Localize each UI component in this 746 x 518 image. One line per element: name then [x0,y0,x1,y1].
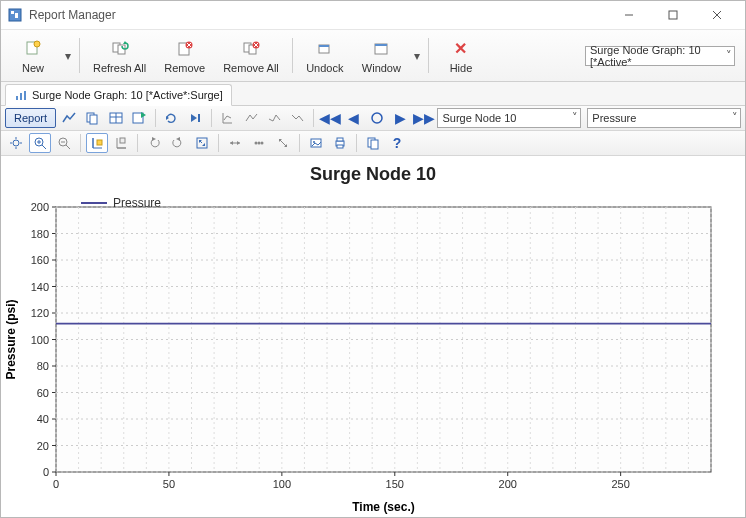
svg-text:120: 120 [31,307,49,319]
legend-label: Pressure [113,196,161,210]
svg-text:20: 20 [37,440,49,452]
undo-icon[interactable] [143,133,165,153]
report-label: Report [14,112,47,124]
param-combo[interactable]: Pressure ˅ [587,108,741,128]
legend: Pressure [81,196,161,210]
maximize-button[interactable] [651,1,695,29]
new-button[interactable]: New [5,35,61,77]
minimize-button[interactable] [607,1,651,29]
zoom-out-icon[interactable] [53,133,75,153]
svg-rect-25 [16,96,18,100]
remove-icon [176,38,194,60]
active-report-combo[interactable]: Surge Node Graph: 10 [*Active* ˅ [585,46,735,66]
refresh-all-button[interactable]: Refresh All [84,32,155,79]
svg-text:60: 60 [37,387,49,399]
copy-icon[interactable] [81,108,102,128]
undock-icon [316,38,334,60]
axis-lock-x-icon[interactable] [110,133,132,153]
remove-all-button[interactable]: Remove All [214,32,288,79]
svg-rect-29 [90,115,97,124]
nav-stop-icon[interactable] [367,108,388,128]
close-button[interactable] [695,1,739,29]
redo-icon[interactable] [167,133,189,153]
svg-rect-37 [198,114,200,122]
pan-icon[interactable] [5,133,27,153]
svg-text:80: 80 [37,360,49,372]
copy-chart-icon[interactable] [362,133,384,153]
refresh-all-label: Refresh All [93,62,146,74]
nav-last-icon[interactable]: ▶▶ [413,108,435,128]
undock-label: Undock [306,62,343,74]
zoom-in-icon[interactable] [29,133,51,153]
nav-next-icon[interactable]: ▶ [390,108,411,128]
new-dropdown[interactable]: ▾ [61,49,75,63]
svg-point-8 [34,41,40,47]
svg-marker-59 [152,137,156,141]
svg-text:250: 250 [611,478,629,490]
svg-point-41 [13,140,19,146]
plots-c-icon[interactable] [287,108,308,128]
svg-rect-26 [20,93,22,100]
svg-text:200: 200 [31,201,49,213]
measure-h-icon[interactable] [224,133,246,153]
svg-rect-27 [24,91,26,100]
line-chart-icon[interactable] [58,108,79,128]
help-label: ? [393,135,402,151]
svg-text:0: 0 [43,466,49,478]
svg-text:100: 100 [273,478,291,490]
refresh-icon [111,38,129,60]
main-toolbar: New ▾ Refresh All Remove Remove All [1,30,745,82]
axis-lock-y-icon[interactable] [86,133,108,153]
export-image-icon[interactable] [305,133,327,153]
svg-rect-78 [337,145,343,148]
hide-button[interactable]: ✕ Hide [433,32,489,79]
svg-marker-60 [176,137,180,141]
refresh-chart-icon[interactable] [161,108,182,128]
svg-point-68 [255,141,258,144]
measure-x-icon[interactable] [272,133,294,153]
nav-first-icon[interactable]: ◀◀ [319,108,341,128]
svg-rect-1 [11,11,14,14]
undock-button[interactable]: Undock [297,32,353,79]
svg-marker-36 [191,114,197,122]
node-combo[interactable]: Surge Node 10 ˅ [437,108,581,128]
chevron-down-icon: ˅ [728,111,738,124]
svg-text:200: 200 [499,478,517,490]
chart-plot[interactable]: 0204060801001201401601802000501001502002… [1,187,731,517]
svg-rect-55 [97,140,102,145]
plots-a-icon[interactable] [240,108,261,128]
svg-text:160: 160 [31,254,49,266]
help-icon[interactable]: ? [386,133,408,153]
svg-text:180: 180 [31,228,49,240]
report-button[interactable]: Report [5,108,56,128]
table-export-icon[interactable] [128,108,149,128]
tab-surge-node-graph[interactable]: Surge Node Graph: 10 [*Active*:Surge] [5,84,232,106]
measure-dots-icon[interactable] [248,133,270,153]
window-button[interactable]: Window [353,35,410,77]
tab-label: Surge Node Graph: 10 [*Active*:Surge] [32,89,223,101]
legend-swatch [81,202,107,204]
svg-rect-22 [319,45,329,47]
window-dropdown[interactable]: ▾ [410,49,424,63]
chart-area: Surge Node 10 Pressure 02040608010012014… [1,156,745,517]
to-end-icon[interactable] [184,108,205,128]
window-title: Report Manager [29,8,607,22]
plots-b-icon[interactable] [263,108,284,128]
tabstrip: Surge Node Graph: 10 [*Active*:Surge] [1,82,745,105]
nav-prev-icon[interactable]: ◀ [343,108,364,128]
chart-tab-icon [14,88,28,102]
remove-button[interactable]: Remove [155,32,214,79]
svg-rect-4 [669,11,677,19]
param-combo-value: Pressure [592,112,636,124]
table-icon[interactable] [105,108,126,128]
fit-icon[interactable] [191,133,213,153]
hide-label: Hide [450,62,473,74]
window-icon [372,38,390,60]
svg-text:140: 140 [31,281,49,293]
svg-point-70 [261,141,264,144]
app-icon [7,7,23,23]
axis-settings-icon[interactable] [217,108,238,128]
svg-rect-80 [371,140,378,149]
print-icon[interactable] [329,133,351,153]
active-report-value: Surge Node Graph: 10 [*Active* [590,44,722,68]
